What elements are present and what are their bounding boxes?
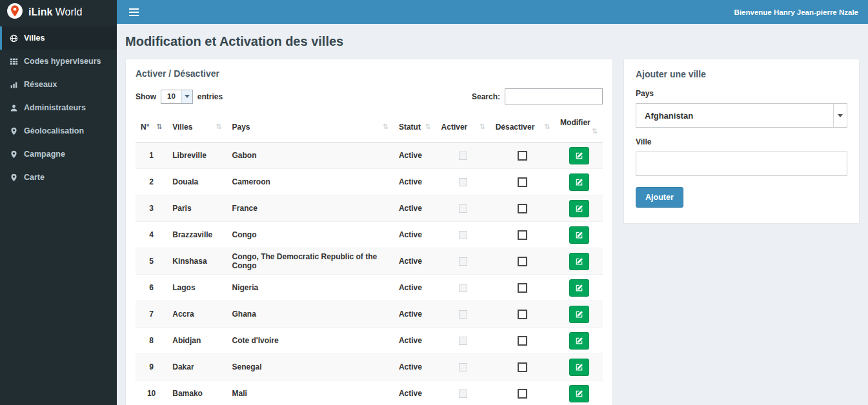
- sidebar-toggle-button[interactable]: [126, 5, 141, 19]
- column-label: Désactiver: [496, 123, 535, 132]
- modifier-cell: [555, 301, 603, 328]
- ville-cell: Accra: [167, 301, 227, 328]
- search-input[interactable]: [505, 88, 603, 104]
- edit-pencil-icon: [575, 363, 583, 371]
- page-length-control: Show 10 entries: [136, 90, 223, 104]
- desactiver-checkbox[interactable]: [518, 257, 527, 266]
- entries-label: entries: [197, 92, 223, 101]
- sidebar-item-label: Géolocalisation: [24, 126, 84, 135]
- desactiver-checkbox[interactable]: [518, 151, 527, 161]
- modifier-button[interactable]: [569, 200, 589, 217]
- marker-icon: [9, 173, 18, 182]
- main-content: Modification et Activation des villes Ac…: [117, 24, 868, 405]
- edit-pencil-icon: [575, 337, 583, 345]
- sidebar: Villes Codes hyperviseurs Réseaux Admini…: [0, 24, 117, 405]
- statut-cell: Active: [394, 248, 436, 275]
- statut-cell: Active: [394, 301, 436, 328]
- modifier-cell: [555, 248, 603, 275]
- activer-cell: [436, 222, 490, 248]
- sidebar-item-campagne[interactable]: Campagne: [0, 143, 117, 166]
- brand-logo[interactable]: iLink World: [0, 0, 117, 24]
- ville-label: Ville: [636, 137, 847, 146]
- modifier-button[interactable]: [569, 359, 589, 376]
- desactiver-checkbox[interactable]: [518, 230, 527, 240]
- sidebar-item-villes[interactable]: Villes: [0, 26, 117, 50]
- statut-cell: Active: [394, 143, 436, 169]
- app-window: iLink World Bienvenue Hanry Jean-pierre …: [0, 0, 868, 405]
- sidebar-item-administrateurs[interactable]: Administrateurs: [0, 96, 117, 119]
- villes-table-head-row: N°⇅Villes⇅Pays⇅Statut⇅Activer⇅Désactiver…: [136, 112, 603, 143]
- ville-cell: Bamako: [167, 380, 227, 405]
- sidebar-item-geolocalisation[interactable]: Géolocalisation: [0, 119, 117, 143]
- table-controls: Show 10 entries Search:: [136, 88, 603, 104]
- activer-checkbox: [459, 390, 467, 398]
- desactiver-cell: [490, 222, 555, 248]
- modifier-button[interactable]: [569, 147, 589, 164]
- navbar: Bienvenue Hanry Jean-pierre Nzale: [117, 0, 868, 24]
- sort-icon: ⇅: [156, 123, 162, 131]
- column-label: Activer: [441, 123, 468, 132]
- row-number-cell: 7: [136, 301, 167, 328]
- column-header-6[interactable]: Modifier⇅: [555, 112, 603, 143]
- table-panel-title: Activer / Désactiver: [136, 68, 603, 79]
- row-number-cell: 2: [136, 169, 167, 195]
- marker-icon: [9, 150, 18, 159]
- modifier-button[interactable]: [569, 173, 589, 191]
- sidebar-item-codes-hyperviseurs[interactable]: Codes hyperviseurs: [0, 50, 117, 73]
- sort-icon: ⇅: [425, 123, 430, 131]
- column-header-1[interactable]: Villes⇅: [167, 112, 227, 143]
- user-icon: [9, 103, 18, 112]
- column-header-5[interactable]: Désactiver⇅: [490, 112, 555, 143]
- column-header-0[interactable]: N°⇅: [136, 112, 167, 143]
- desactiver-cell: [490, 380, 555, 405]
- modifier-cell: [555, 275, 603, 301]
- desactiver-checkbox[interactable]: [518, 177, 527, 187]
- row-number-cell: 1: [136, 143, 167, 169]
- modifier-button[interactable]: [569, 226, 589, 244]
- activer-cell: [436, 354, 490, 380]
- desactiver-checkbox[interactable]: [518, 283, 527, 293]
- th-icon: [9, 57, 18, 66]
- sort-icon: ⇅: [479, 123, 485, 131]
- page-length-select[interactable]: 10: [161, 90, 193, 104]
- modifier-button[interactable]: [569, 253, 589, 270]
- activer-cell: [436, 169, 490, 195]
- modifier-cell: [555, 380, 603, 405]
- desactiver-checkbox[interactable]: [518, 389, 527, 399]
- sidebar-item-carte[interactable]: Carte: [0, 166, 117, 189]
- desactiver-checkbox[interactable]: [518, 362, 527, 372]
- ville-input[interactable]: [636, 152, 847, 176]
- desactiver-checkbox[interactable]: [518, 310, 527, 319]
- pays-cell: Cameroon: [227, 169, 394, 195]
- activer-cell: [436, 143, 490, 169]
- sidebar-item-reseaux[interactable]: Réseaux: [0, 73, 117, 96]
- modifier-button[interactable]: [569, 306, 589, 323]
- desactiver-checkbox[interactable]: [518, 204, 527, 213]
- column-header-4[interactable]: Activer⇅: [436, 112, 490, 143]
- ajouter-ville-panel: Ajouter une ville Pays Afghanistan Ville…: [623, 59, 860, 224]
- modifier-button[interactable]: [569, 385, 589, 402]
- pays-label: Pays: [636, 89, 847, 98]
- column-header-3[interactable]: Statut⇅: [394, 112, 436, 143]
- edit-pencil-icon: [575, 257, 583, 266]
- ilink-world-logo-icon: [6, 3, 23, 22]
- edit-pencil-icon: [575, 152, 583, 160]
- hamburger-icon: [129, 12, 139, 13]
- ajouter-button[interactable]: Ajouter: [636, 187, 683, 208]
- pays-cell: Gabon: [227, 143, 394, 169]
- chart-icon: [9, 80, 18, 89]
- edit-pencil-icon: [575, 284, 583, 292]
- activer-checkbox: [459, 178, 467, 186]
- desactiver-checkbox[interactable]: [518, 336, 527, 346]
- column-header-2[interactable]: Pays⇅: [227, 112, 394, 143]
- modifier-button[interactable]: [569, 279, 589, 297]
- desactiver-cell: [490, 328, 555, 354]
- pays-cell: Nigeria: [227, 275, 394, 301]
- sort-icon: ⇅: [544, 123, 550, 131]
- sort-icon: ⇅: [383, 123, 389, 131]
- table-row: 10 Bamako Mali Active: [136, 380, 603, 405]
- ville-cell: Douala: [167, 169, 227, 195]
- pays-select[interactable]: Afghanistan: [636, 103, 847, 128]
- modifier-button[interactable]: [569, 332, 589, 350]
- ville-cell: Lagos: [167, 275, 227, 301]
